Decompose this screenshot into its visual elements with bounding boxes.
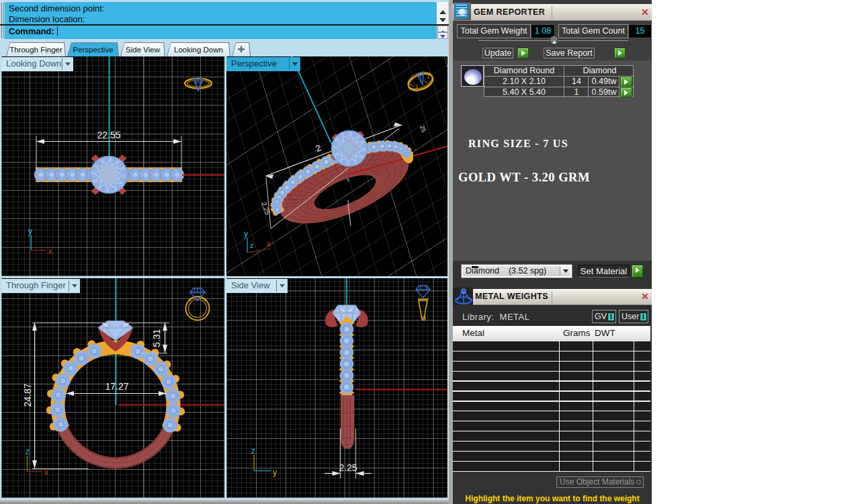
- svg-text:y: y: [244, 229, 248, 239]
- svg-text:z: z: [251, 446, 255, 456]
- svg-text:22.55: 22.55: [97, 130, 120, 140]
- svg-text:y: y: [273, 468, 277, 477]
- svg-text:x: x: [44, 468, 48, 477]
- svg-text:24.87: 24.87: [22, 383, 33, 407]
- svg-text:17.27: 17.27: [105, 381, 128, 392]
- svg-text:z: z: [250, 241, 254, 249]
- svg-text:2: 2: [314, 142, 323, 154]
- svg-text:2.25: 2.25: [339, 462, 357, 473]
- svg-text:25: 25: [419, 124, 427, 133]
- svg-text:x: x: [267, 239, 271, 249]
- svg-text:y: y: [28, 226, 32, 236]
- svg-text:z: z: [26, 447, 30, 456]
- svg-text:5.31: 5.31: [151, 329, 162, 347]
- svg-text:x: x: [48, 247, 52, 256]
- svg-text:2.25: 2.25: [260, 201, 271, 216]
